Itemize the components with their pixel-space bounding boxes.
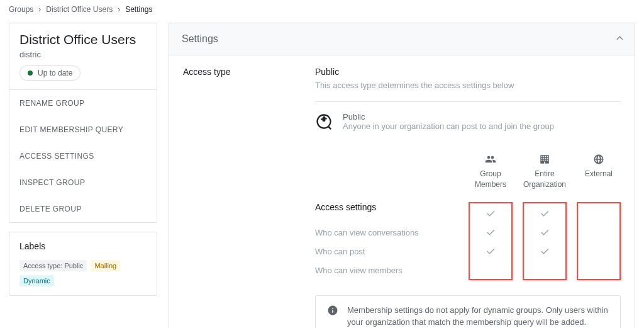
info-note: Membership settings do not apply for dyn… [315, 295, 621, 328]
people-icon [485, 154, 496, 165]
matrix-col [577, 202, 621, 280]
sidebar-item-access-settings[interactable]: ACCESS SETTINGS [9, 143, 157, 169]
breadcrumb: Groups › District Office Users › Setting… [0, 0, 644, 19]
row-view-members: Who can view members [315, 261, 469, 280]
status-badge: Up to date [19, 65, 80, 81]
chip-access-type: Access type: Public [19, 260, 87, 271]
sidebar-menu: RENAME GROUP EDIT MEMBERSHIP QUERY ACCES… [9, 89, 157, 222]
col-group-members: Group Members [469, 154, 513, 191]
chip-mailing: Mailing [91, 260, 120, 271]
panel-header[interactable]: Settings [169, 23, 635, 55]
access-type-value: Public [315, 67, 621, 77]
row-who-can-post: Who can post [315, 242, 469, 261]
access-matrix [469, 202, 621, 280]
access-columns-header: Group Members Entire Organization Extern… [315, 154, 621, 191]
status-dot-icon [28, 71, 33, 76]
chevron-up-icon [617, 36, 623, 42]
access-settings-heading: Access settings [315, 202, 469, 212]
highlight-box [469, 202, 513, 280]
labels-heading: Labels [19, 241, 147, 251]
panel-title: Settings [182, 33, 218, 45]
row-view-conversations: Who can view conversations [315, 223, 469, 242]
divider [315, 101, 621, 102]
settings-panel: Settings Access type Public This access … [169, 23, 635, 328]
globe-icon [593, 154, 604, 165]
chip-dynamic: Dynamic [19, 275, 54, 286]
globe-search-icon [315, 113, 333, 130]
info-icon [327, 305, 338, 316]
public-desc: Anyone in your organization can post to … [343, 122, 554, 131]
group-email: distric [19, 50, 147, 59]
sidebar-item-inspect-group[interactable]: INSPECT GROUP [9, 169, 157, 196]
col-external: External [577, 154, 621, 191]
col-entire-org: Entire Organization [523, 154, 567, 191]
public-heading: Public [343, 112, 554, 122]
matrix-col [469, 202, 513, 280]
sidebar-item-delete-group[interactable]: DELETE GROUP [9, 196, 157, 222]
highlight-box [523, 202, 567, 280]
crumb-current: Settings [125, 5, 152, 14]
highlight-box [577, 202, 621, 280]
access-type-desc: This access type determines the access s… [315, 81, 621, 90]
chevron-right-icon: › [38, 5, 41, 14]
status-text: Up to date [38, 69, 72, 77]
row-label-access-type: Access type [183, 67, 303, 328]
crumb-group[interactable]: District Office Users [46, 5, 113, 14]
sidebar-item-edit-membership-query[interactable]: EDIT MEMBERSHIP QUERY [9, 116, 157, 143]
group-name: District Office Users [19, 32, 147, 47]
building-icon [539, 154, 550, 165]
matrix-col [523, 202, 567, 280]
chevron-right-icon: › [118, 5, 120, 14]
crumb-groups[interactable]: Groups [9, 5, 33, 14]
sidebar-item-rename-group[interactable]: RENAME GROUP [9, 90, 157, 116]
note-text: Membership settings do not apply for dyn… [347, 305, 609, 328]
chips-row: Access type: Public Mailing Dynamic [19, 260, 147, 286]
